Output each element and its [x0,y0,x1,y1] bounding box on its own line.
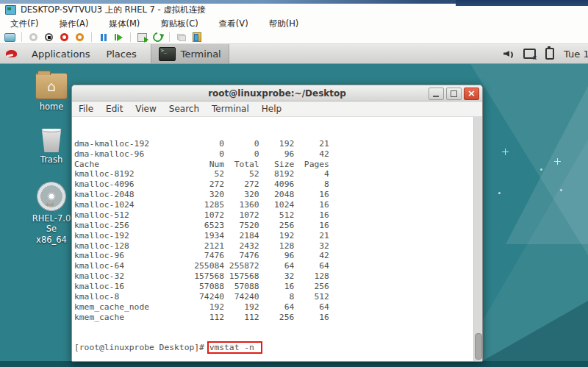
terminal-menu-help[interactable]: Help [262,104,282,114]
desktop-icon-dvd[interactable]: RHEL-7.0 Se x86_64 [26,179,76,245]
desktop-icon-home[interactable]: home [26,68,76,112]
gnome-top-bar: Applications Places Terminal Tue 18 [0,44,588,64]
resume-button[interactable] [113,32,124,43]
gnome-bar-right: Tue 18 [503,44,588,63]
terminal-title: root@linuxprobe:~/Desktop [208,88,346,99]
minimize-button[interactable] [429,88,444,100]
places-menu[interactable]: Places [98,44,144,63]
terminal-output: dma-kmalloc-192 0 0 192 21 dma-kmalloc-9… [74,118,473,361]
vm-connection-window: DESKTOP-SVTVUU3 上的 RHEL 7 - 虚拟机连接 文件(F) … [0,0,588,44]
pause-icon [101,34,107,41]
active-app-button[interactable]: Terminal [151,44,229,63]
vmstat-command: vmstat -n [209,343,254,352]
terminal-titlebar[interactable]: root@linuxprobe:~/Desktop [72,85,482,101]
vmconnect-app-icon [5,5,16,15]
terminal-menu-file[interactable]: File [79,104,93,114]
vm-menubar: 文件(F) 操作(A) 媒体(M) 剪贴板(C) 查看(V) 帮助(H) [0,16,588,31]
wallpaper-plus-mark [554,158,561,165]
vm-menu-help[interactable]: 帮助(H) [269,18,299,29]
vm-menu-view[interactable]: 查看(V) [219,18,248,29]
active-app-label: Terminal [181,49,221,60]
wallpaper-dot [498,192,501,194]
shutdown-button[interactable] [43,32,54,43]
toolbar-separator [91,32,92,42]
vm-menu-action[interactable]: 操作(A) [60,18,89,29]
turn-off-icon [60,33,68,41]
home-icon-label: home [26,101,76,112]
volume-icon[interactable] [503,49,514,58]
terminal-menu-view[interactable]: View [135,104,156,114]
ctrl-alt-del-button[interactable] [4,32,15,43]
pause-button[interactable] [98,32,109,43]
scrollbar-thumb[interactable] [475,333,482,360]
terminal-menu-edit[interactable]: Edit [106,104,123,114]
enhanced-session-button[interactable] [191,32,202,43]
vm-menu-file[interactable]: 文件(F) [10,18,39,29]
slab-cache-output: dma-kmalloc-192 0 0 192 21 dma-kmalloc-9… [74,139,473,323]
monitors-icon [177,34,186,41]
power-icon [29,33,37,41]
close-button[interactable] [464,88,479,100]
home-folder-icon [35,73,68,99]
trash-can-icon [40,127,62,152]
shutdown-icon [45,33,53,41]
terminal-window: root@linuxprobe:~/Desktop File Edit View… [71,85,483,362]
terminal-menubar: File Edit View Search Terminal Help [72,101,482,117]
dvd-label-line2: x86_64 [26,235,76,245]
save-state-button[interactable] [74,32,85,43]
power-button[interactable] [28,32,39,43]
wallpaper-dot [540,168,542,171]
dvd-disc-icon [37,182,66,211]
checkpoint-button[interactable] [137,32,148,43]
battery-icon[interactable] [545,48,554,60]
turn-off-button[interactable] [59,32,70,43]
toolbar-separator [21,32,22,42]
revert-icon [151,30,164,43]
vm-menu-media[interactable]: 媒体(M) [109,18,140,29]
clock[interactable]: Tue 18 [564,49,588,60]
wallpaper-dot [560,189,562,191]
gnome-bar-left: Applications Places Terminal [0,44,229,63]
terminal-menu-terminal[interactable]: Terminal [212,104,249,114]
terminal-menu-search[interactable]: Search [169,104,199,114]
shell-prompt: [root@linuxprobe Desktop]# [74,343,209,352]
vm-menu-clipboard[interactable]: 剪贴板(C) [160,18,198,29]
trash-icon-label: Trash [26,154,76,165]
applications-menu[interactable]: Applications [24,44,98,63]
dvd-label-line1: RHEL-7.0 Se [26,213,76,235]
wallpaper-plus-mark [502,149,509,155]
redhat-icon [6,50,17,57]
terminal-screen[interactable]: dma-kmalloc-192 0 0 192 21 dma-kmalloc-9… [72,117,482,361]
desktop-icon-trash[interactable]: Trash [26,124,76,165]
toolbar-separator [130,32,131,42]
dvd-icon-label: RHEL-7.0 Se x86_64 [26,213,76,245]
resume-icon [115,34,123,41]
monitors-button[interactable] [176,32,187,43]
command-line: [root@linuxprobe Desktop]# vmstat -n [74,343,473,353]
save-state-icon [76,33,84,41]
enhanced-session-icon [193,32,201,42]
window-top-border-right [456,0,588,6]
terminal-scrollbar[interactable] [473,117,482,361]
terminal-app-icon [159,47,176,61]
desktop-bottom-strip [0,361,588,367]
terminal-window-controls [429,88,479,100]
ctrl-alt-del-icon [4,33,15,42]
maximize-button[interactable] [446,88,462,100]
toolbar-separator [169,32,170,42]
display-icon[interactable] [523,49,536,59]
vm-toolbar [0,31,588,44]
vm-window-title: DESKTOP-SVTVUU3 上的 RHEL 7 - 虚拟机连接 [21,4,206,15]
revert-button[interactable] [152,32,163,43]
checkpoint-icon [137,33,147,42]
